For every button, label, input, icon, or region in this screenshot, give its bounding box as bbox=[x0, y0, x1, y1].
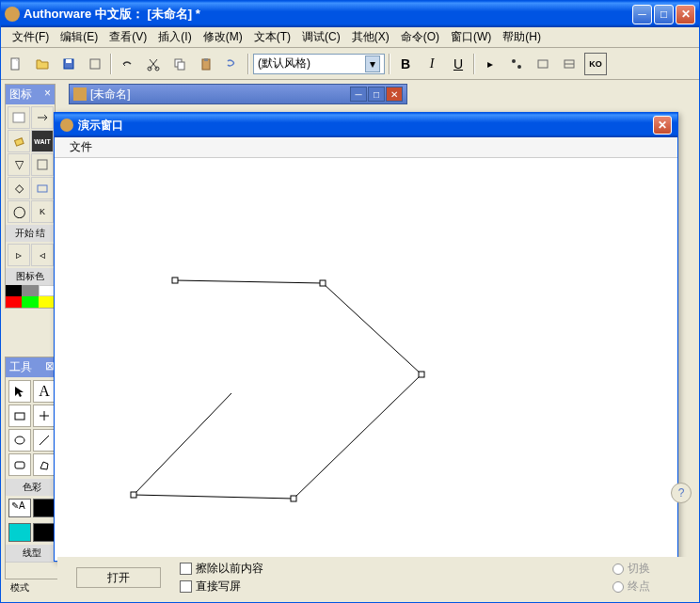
color-gray[interactable] bbox=[22, 285, 38, 296]
menu-modify[interactable]: 修改(M) bbox=[198, 27, 248, 47]
tool-panel-title[interactable]: 工具 ⊠ bbox=[6, 357, 58, 377]
copy-icon[interactable] bbox=[168, 53, 191, 75]
decision-icon[interactable]: ◇ bbox=[8, 177, 30, 199]
diagonal-line-tool[interactable] bbox=[33, 429, 56, 452]
color-white[interactable] bbox=[39, 285, 55, 296]
selection-handle[interactable] bbox=[320, 280, 326, 286]
canvas-area[interactable] bbox=[55, 158, 677, 561]
map-icon[interactable]: K bbox=[31, 200, 54, 223]
preview-titlebar[interactable]: 演示窗口 ✕ bbox=[55, 113, 677, 137]
polygon-tool[interactable] bbox=[33, 453, 56, 476]
preview-menu-file[interactable]: 文件 bbox=[62, 137, 100, 157]
undo-icon[interactable] bbox=[116, 53, 138, 75]
icon-palette-title[interactable]: 图标 × bbox=[6, 85, 55, 104]
selection-handle[interactable] bbox=[131, 492, 136, 498]
selection-handle[interactable] bbox=[291, 496, 296, 501]
menu-debug[interactable]: 调试(C) bbox=[296, 27, 346, 47]
line-section-label: 线型 bbox=[6, 545, 58, 562]
menu-other[interactable]: 其他(X) bbox=[346, 27, 395, 47]
design-window: [未命名] ─ □ ✕ bbox=[69, 84, 407, 104]
pen-color[interactable]: ✎A bbox=[8, 499, 31, 517]
svg-rect-24 bbox=[15, 462, 24, 468]
find-icon[interactable] bbox=[221, 53, 244, 75]
polygon-shape[interactable] bbox=[55, 158, 679, 563]
design-minimize-button[interactable]: ─ bbox=[350, 87, 367, 102]
text-color[interactable] bbox=[33, 499, 56, 517]
menu-view[interactable]: 查看(V) bbox=[103, 27, 152, 47]
toolbar-separator bbox=[110, 54, 112, 74]
knowledge-icon[interactable]: KO bbox=[584, 53, 607, 75]
open-file-icon[interactable] bbox=[31, 53, 54, 75]
menu-command[interactable]: 命令(O) bbox=[395, 27, 445, 47]
radio-switch[interactable]: 切换 bbox=[612, 561, 650, 577]
start-end-section: 开始 结 bbox=[6, 225, 55, 242]
rounded-rect-tool[interactable] bbox=[8, 453, 31, 476]
menubar: 文件(F) 编辑(E) 查看(V) 插入(I) 修改(M) 文本(T) 调试(C… bbox=[1, 27, 699, 48]
fill-fg-color[interactable] bbox=[8, 523, 31, 542]
pointer-tool[interactable] bbox=[8, 380, 31, 403]
paste-icon[interactable] bbox=[195, 53, 217, 75]
ellipse-tool[interactable] bbox=[8, 429, 31, 452]
svg-point-10 bbox=[512, 59, 516, 63]
control-panel-icon[interactable] bbox=[505, 53, 528, 75]
navigate-icon[interactable]: ▽ bbox=[8, 153, 30, 176]
color-yellow[interactable] bbox=[39, 296, 55, 308]
preview-close-button[interactable]: ✕ bbox=[653, 116, 672, 135]
menu-help[interactable]: 帮助(H) bbox=[497, 27, 547, 47]
erase-previous-checkbox[interactable]: 擦除以前内容 bbox=[180, 561, 263, 577]
save-icon[interactable] bbox=[84, 53, 106, 75]
color-black[interactable] bbox=[6, 285, 22, 296]
new-file-icon[interactable] bbox=[5, 53, 27, 75]
tool-panel: 工具 ⊠ A 色彩 ✎A 线型 bbox=[5, 357, 59, 579]
open-button[interactable]: 打开 bbox=[76, 567, 161, 588]
palette-close-icon[interactable]: × bbox=[44, 87, 51, 103]
design-titlebar[interactable]: [未命名] ─ □ ✕ bbox=[69, 84, 407, 104]
line-style-picker[interactable] bbox=[6, 562, 58, 579]
wait-icon[interactable]: WAIT bbox=[31, 130, 54, 152]
help-icon[interactable]: ? bbox=[671, 483, 692, 503]
menu-insert[interactable]: 插入(I) bbox=[152, 27, 197, 47]
menu-edit[interactable]: 编辑(E) bbox=[55, 27, 103, 47]
direct-write-checkbox[interactable]: 直接写屏 bbox=[180, 579, 263, 595]
display-icon[interactable] bbox=[8, 106, 30, 129]
minimize-button[interactable]: ─ bbox=[632, 5, 652, 24]
functions-icon[interactable] bbox=[532, 53, 554, 75]
italic-button[interactable]: I bbox=[421, 53, 443, 75]
fill-bg-color[interactable] bbox=[33, 523, 56, 542]
color-green[interactable] bbox=[22, 296, 38, 308]
svg-rect-15 bbox=[13, 113, 24, 122]
selection-handle[interactable] bbox=[172, 278, 178, 283]
menu-window[interactable]: 窗口(W) bbox=[445, 27, 497, 47]
framework-icon[interactable] bbox=[31, 153, 54, 176]
erase-icon[interactable] bbox=[8, 130, 30, 152]
line-tool[interactable] bbox=[33, 405, 56, 427]
design-maximize-button[interactable]: □ bbox=[368, 87, 385, 102]
calc-icon[interactable]: ◯ bbox=[8, 200, 30, 223]
preview-window: 演示窗口 ✕ 文件 bbox=[54, 112, 678, 562]
close-button[interactable]: ✕ bbox=[676, 5, 695, 24]
color-red[interactable] bbox=[6, 296, 22, 308]
maximize-button[interactable]: □ bbox=[654, 5, 674, 24]
design-close-button[interactable]: ✕ bbox=[386, 87, 403, 102]
run-icon[interactable]: ▸ bbox=[479, 53, 501, 75]
toolbar-separator bbox=[473, 54, 475, 74]
save-all-icon[interactable] bbox=[57, 53, 80, 75]
radio-endpoint[interactable]: 终点 bbox=[612, 579, 650, 595]
mode-section-label: 模式 bbox=[10, 581, 29, 595]
start-flag-icon[interactable]: ▹ bbox=[8, 244, 30, 266]
rectangle-tool[interactable] bbox=[8, 405, 31, 427]
underline-button[interactable]: U bbox=[447, 53, 469, 75]
interaction-icon[interactable] bbox=[31, 177, 54, 199]
bottom-panel: 打开 擦除以前内容 直接写屏 切换 终点 bbox=[57, 557, 697, 598]
bold-button[interactable]: B bbox=[394, 53, 417, 75]
menu-text[interactable]: 文本(T) bbox=[248, 27, 296, 47]
menu-file[interactable]: 文件(F) bbox=[7, 27, 55, 47]
dropdown-arrow-icon: ▾ bbox=[365, 56, 380, 72]
style-select[interactable]: (默认风格) ▾ bbox=[253, 54, 385, 74]
motion-icon[interactable] bbox=[31, 106, 54, 129]
selection-handle[interactable] bbox=[419, 372, 424, 377]
stop-flag-icon[interactable]: ◃ bbox=[31, 244, 54, 266]
text-tool[interactable]: A bbox=[33, 380, 56, 403]
cut-icon[interactable] bbox=[142, 53, 165, 75]
variables-icon[interactable] bbox=[558, 53, 581, 75]
